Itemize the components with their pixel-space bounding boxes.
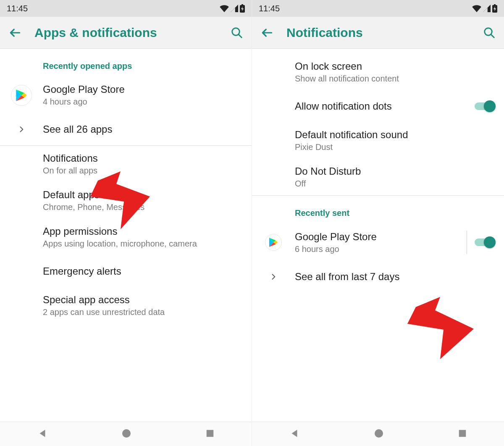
vertical-separator (467, 231, 467, 254)
notifications-title: Notifications (43, 152, 243, 164)
see-all-label: See all 26 apps (43, 123, 243, 135)
nav-recents-icon[interactable] (458, 429, 467, 440)
svg-point-11 (375, 429, 383, 438)
chevron-right-icon (269, 273, 278, 281)
svg-rect-5 (207, 430, 214, 437)
toggle-recent-app[interactable] (475, 236, 496, 248)
signal-icon (483, 5, 491, 12)
special-title: Special app access (43, 294, 243, 306)
dots-title: Allow notification dots (295, 100, 475, 112)
dnd-subtitle: Off (295, 179, 496, 189)
wifi-icon (472, 5, 481, 12)
row-recent-app[interactable]: Google Play Store 4 hours ago (0, 77, 252, 113)
battery-charging-icon (240, 4, 245, 13)
notifications-subtitle: On for all apps (43, 166, 243, 176)
emergency-title: Emergency alerts (43, 265, 243, 277)
row-app-permissions[interactable]: App permissions Apps using location, mic… (0, 219, 252, 255)
status-time: 11:45 (7, 4, 28, 13)
content: On lock screen Show all notification con… (252, 49, 504, 422)
nav-bar (0, 422, 252, 446)
special-subtitle: 2 apps can use unrestricted data (43, 307, 243, 317)
search-icon[interactable] (231, 26, 243, 39)
permissions-title: App permissions (43, 226, 243, 237)
row-see-all-7-days[interactable]: See all from last 7 days (252, 261, 504, 293)
app-bar: Notifications (252, 17, 504, 49)
signal-icon (231, 5, 238, 12)
see-all-label: See all from last 7 days (295, 271, 496, 283)
status-time: 11:45 (259, 4, 280, 13)
recent-app-title: Google Play Store (295, 231, 459, 243)
row-default-apps[interactable]: Default apps Chrome, Phone, Messages (0, 182, 252, 219)
permissions-subtitle: Apps using location, microphone, camera (43, 239, 243, 249)
status-bar: 11:45 (252, 0, 504, 17)
phone-left: 11:45 Apps & notifications Recently open… (0, 0, 252, 446)
recent-app-subtitle: 4 hours ago (43, 97, 243, 107)
app-bar: Apps & notifications (0, 17, 252, 49)
nav-home-icon[interactable] (121, 428, 131, 440)
recent-app-subtitle: 6 hours ago (295, 244, 459, 254)
row-see-all-apps[interactable]: See all 26 apps (0, 113, 252, 145)
row-recent-app[interactable]: Google Play Store 6 hours ago (252, 224, 504, 261)
svg-point-4 (122, 429, 131, 438)
phone-right: 11:45 Notifications On lock screen Show (252, 0, 504, 446)
row-lock-screen[interactable]: On lock screen Show all notification con… (252, 49, 504, 90)
row-notification-dots[interactable]: Allow notification dots (252, 90, 504, 122)
default-apps-title: Default apps (43, 189, 243, 201)
back-icon[interactable] (260, 26, 274, 39)
nav-bar (252, 422, 504, 446)
row-special-access[interactable]: Special app access 2 apps can use unrest… (0, 287, 252, 324)
default-apps-subtitle: Chrome, Phone, Messages (43, 202, 243, 212)
nav-recents-icon[interactable] (205, 429, 215, 440)
section-header-recent: Recently sent (252, 196, 504, 224)
play-store-icon (11, 85, 32, 106)
status-icons (220, 4, 245, 13)
recent-app-title: Google Play Store (43, 84, 243, 95)
row-dnd[interactable]: Do Not Disturb Off (252, 159, 504, 195)
play-store-icon (265, 234, 282, 251)
wifi-icon (220, 5, 229, 12)
nav-back-icon[interactable] (37, 428, 48, 441)
nav-home-icon[interactable] (374, 428, 384, 440)
nav-back-icon[interactable] (289, 428, 300, 441)
row-default-sound[interactable]: Default notification sound Pixie Dust (252, 122, 504, 159)
page-title: Apps & notifications (34, 26, 231, 40)
row-notifications[interactable]: Notifications On for all apps (0, 146, 252, 182)
row-emergency-alerts[interactable]: Emergency alerts (0, 255, 252, 287)
section-header-recent: Recently opened apps (0, 49, 252, 77)
toggle-notification-dots[interactable] (475, 100, 496, 112)
svg-rect-1 (242, 4, 243, 5)
content: Recently opened apps Google Play Store 4… (0, 49, 252, 422)
svg-rect-8 (494, 4, 496, 5)
svg-line-10 (491, 34, 494, 37)
sound-subtitle: Pixie Dust (295, 142, 496, 152)
page-title: Notifications (286, 26, 483, 40)
search-icon[interactable] (483, 26, 496, 39)
svg-rect-12 (459, 430, 466, 437)
dnd-title: Do Not Disturb (295, 165, 496, 177)
lockscreen-subtitle: Show all notification content (295, 74, 496, 84)
battery-charging-icon (492, 4, 497, 13)
back-icon[interactable] (8, 26, 22, 39)
sound-title: Default notification sound (295, 129, 496, 141)
svg-line-3 (239, 34, 242, 37)
status-bar: 11:45 (0, 0, 252, 17)
status-icons (472, 4, 497, 13)
lockscreen-title: On lock screen (295, 60, 496, 72)
chevron-right-icon (17, 125, 26, 134)
